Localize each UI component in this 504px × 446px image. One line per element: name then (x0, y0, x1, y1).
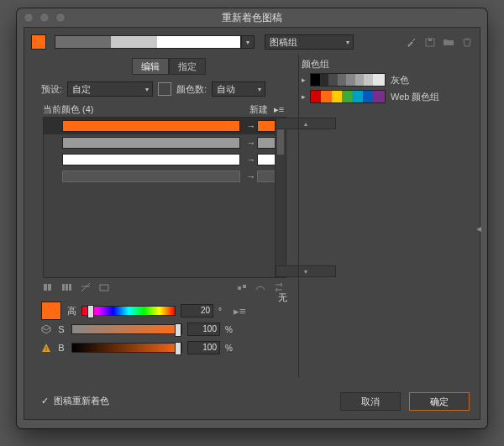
svg-rect-3 (48, 284, 51, 291)
merge-icon[interactable] (43, 281, 55, 293)
sat-input[interactable]: 100 (187, 323, 220, 336)
preset-select[interactable]: 自定▾ (67, 81, 153, 97)
svg-rect-8 (238, 286, 241, 290)
tab-assign[interactable]: 指定 (169, 58, 206, 75)
cube-icon[interactable] (41, 324, 51, 334)
percent-label: % (225, 344, 233, 353)
color-groups-title: 颜色组 (302, 58, 329, 71)
sat-slider[interactable] (71, 324, 182, 334)
source-color-bar[interactable] (62, 137, 240, 149)
top-row: ▾ 图稿组▾ (31, 34, 473, 50)
list-toolbar (43, 281, 285, 293)
mode-tabs: 编辑 指定 (132, 58, 206, 75)
hsb-sliders: 高 20 ° ▸≡ S 100 % ! B 100 % (41, 302, 293, 357)
svg-rect-5 (66, 284, 68, 291)
recolor-artwork-window: 重新着色图稿 ▾ 图稿组▾ 编辑 指定 预设: 自定▾ 颜色数: 自动▾ (17, 8, 487, 428)
preset-row: 预设: 自定▾ 颜色数: 自动▾ (41, 81, 265, 97)
cancel-button[interactable]: 取消 (340, 392, 401, 411)
svg-rect-6 (69, 284, 71, 291)
titlebar: 重新着色图稿 (17, 8, 487, 25)
group-label: Web 颜色组 (391, 91, 439, 103)
svg-text:!: ! (45, 345, 47, 353)
color-group-select[interactable]: 图稿组▾ (265, 34, 354, 50)
group-swatches (310, 73, 386, 87)
hsb-swatch[interactable] (41, 302, 61, 320)
ok-button[interactable]: 确定 (409, 392, 470, 411)
folder-icon (443, 36, 454, 48)
sat-label: S (56, 324, 66, 334)
map-arrow-icon[interactable]: → (245, 138, 257, 148)
artwork-colors-strip[interactable] (55, 35, 241, 49)
percent-label: % (225, 325, 233, 334)
color-row[interactable]: → (44, 134, 286, 151)
color-list: → → → → ▴ (43, 117, 286, 278)
recolor-art-checkbox[interactable]: ✓ 图稿重新着色 (41, 395, 109, 407)
color-row[interactable]: → (44, 151, 286, 168)
new-column-label: 新建 (249, 103, 268, 116)
footer-buttons: 取消 确定 (340, 392, 470, 411)
color-count-label: 颜色数: (176, 83, 207, 96)
current-colors-label: 当前颜色 (4) (43, 103, 94, 116)
map-arrow-icon[interactable]: → (245, 155, 257, 165)
color-row[interactable]: → (44, 168, 286, 185)
color-group-row[interactable]: ▸ Web 颜色组 (302, 88, 468, 105)
exclude-icon[interactable] (80, 281, 92, 293)
bri-slider[interactable] (71, 343, 182, 353)
color-row[interactable]: → (44, 118, 286, 134)
source-color-bar[interactable] (62, 120, 240, 132)
scroll-down-icon[interactable]: ▾ (276, 265, 336, 277)
degree-label: ° (218, 307, 222, 316)
main-panel: ▾ 图稿组▾ 编辑 指定 预设: 自定▾ 颜色数: 自动▾ 当前颜色 (4) 新… (24, 27, 480, 420)
hsb-menu-icon[interactable]: ▸≡ (234, 305, 246, 317)
save-group-icon (424, 36, 436, 48)
source-color-bar[interactable] (62, 154, 240, 165)
recolor-art-label: 图稿重新着色 (54, 395, 109, 407)
panel-flyout-icon[interactable]: ◂ (476, 223, 480, 234)
color-list-header: 当前颜色 (4) 新建 ▸≡ (43, 103, 285, 116)
scroll-thumb[interactable] (277, 129, 284, 155)
active-color-swatch[interactable] (31, 34, 46, 50)
group-swatches (310, 90, 386, 103)
map-arrow-icon[interactable]: → (245, 121, 257, 131)
check-icon: ✓ (41, 396, 49, 407)
preset-options-icon[interactable] (158, 82, 171, 96)
svg-rect-9 (243, 285, 246, 288)
tab-edit[interactable]: 编辑 (132, 58, 169, 75)
svg-rect-7 (100, 285, 108, 291)
out-of-gamut-icon[interactable]: ! (41, 343, 51, 353)
disclose-icon[interactable]: ▸ (302, 92, 310, 101)
source-color-bar[interactable] (62, 171, 240, 182)
svg-rect-2 (44, 284, 47, 291)
randomize-sat-icon[interactable] (255, 281, 266, 293)
bri-input[interactable]: 100 (187, 341, 220, 354)
hue-input[interactable]: 20 (181, 304, 213, 317)
svg-rect-4 (62, 284, 65, 291)
new-row-icon[interactable] (98, 281, 110, 293)
map-arrow-icon[interactable]: → (245, 171, 257, 181)
divider (298, 55, 299, 377)
hue-slider[interactable] (81, 306, 176, 316)
list-menu-icon[interactable]: ▸≡ (273, 104, 285, 116)
scroll-up-icon[interactable]: ▴ (276, 118, 336, 129)
svg-rect-1 (428, 39, 432, 41)
trash-icon (461, 36, 473, 48)
separate-icon[interactable] (61, 281, 73, 293)
find-in-wheel-icon[interactable] (236, 281, 248, 293)
strip-dropdown-icon[interactable]: ▾ (241, 35, 255, 49)
group-label: 灰色 (391, 74, 409, 87)
list-scrollbar[interactable]: ▴ ▾ (275, 118, 286, 277)
color-groups-list: ▸ 灰色 ▸ Web 颜色组 (302, 71, 468, 105)
color-group-row[interactable]: ▸ 灰色 (302, 71, 468, 88)
svg-marker-10 (42, 325, 50, 330)
disclose-icon[interactable]: ▸ (302, 76, 310, 84)
color-group-select-label: 图稿组 (270, 36, 297, 49)
preset-label: 预设: (41, 83, 62, 96)
bri-label: B (56, 343, 66, 353)
color-count-select[interactable]: 自动▾ (212, 81, 265, 97)
eyedropper-icon[interactable] (406, 36, 417, 48)
window-title: 重新着色图稿 (17, 11, 487, 25)
hue-label: 高 (66, 305, 76, 317)
